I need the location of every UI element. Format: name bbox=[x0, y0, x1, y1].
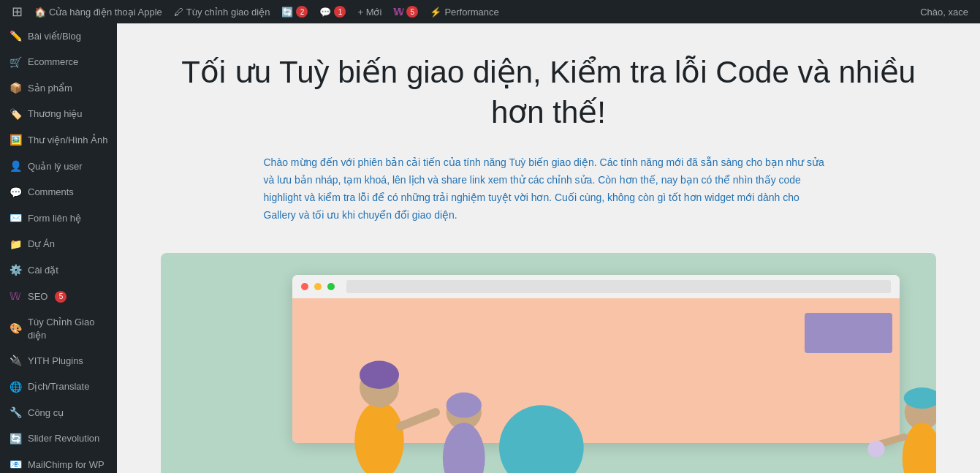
sidebar-translate-label: Dịch/Translate bbox=[28, 380, 89, 393]
new-content-button[interactable]: + Mới bbox=[352, 0, 387, 23]
svg-point-2 bbox=[360, 361, 399, 390]
customize-label: Tùy chỉnh giao diện bbox=[186, 7, 270, 18]
svg-point-17 bbox=[867, 441, 884, 458]
comments-icon: 💬 bbox=[319, 7, 331, 18]
svg-point-0 bbox=[354, 402, 404, 473]
blog-icon: ✏️ bbox=[9, 29, 22, 44]
sidebar-item-slider[interactable]: 🔄 Slider Revolution bbox=[0, 426, 117, 453]
sidebar-item-blog[interactable]: ✏️ Bài viết/Blog bbox=[0, 23, 117, 50]
seo-nav-badge: 5 bbox=[55, 291, 67, 303]
admin-bar-right: Chào, xace bbox=[914, 0, 974, 23]
sidebar-slider-label: Slider Revolution bbox=[28, 432, 99, 445]
sidebar-projects-label: Dự Án bbox=[28, 238, 55, 251]
customize-button[interactable]: 🖊 Tùy chỉnh giao diện bbox=[168, 0, 276, 23]
settings-icon: ⚙️ bbox=[9, 263, 22, 278]
sidebar-blog-label: Bài viết/Blog bbox=[28, 30, 81, 43]
updates-badge: 2 bbox=[296, 6, 308, 18]
sidebar-item-tools[interactable]: 🔧 Công cụ bbox=[0, 400, 117, 426]
updates-button[interactable]: 🔄 2 bbox=[276, 0, 314, 23]
sidebar: ✏️ Bài viết/Blog 🛒 Ecommerce 📦 Sản phẩm … bbox=[0, 23, 117, 473]
performance-button[interactable]: ⚡ Performance bbox=[424, 0, 504, 23]
seo-nav-icon: 𝕎 bbox=[9, 290, 22, 304]
svg-point-8 bbox=[443, 423, 485, 473]
mailchimp-icon: 📧 bbox=[9, 458, 22, 472]
svg-point-7 bbox=[447, 393, 482, 418]
sidebar-brand-label: Thương hiệu bbox=[28, 107, 83, 121]
updates-icon: 🔄 bbox=[281, 7, 293, 18]
svg-line-16 bbox=[880, 437, 905, 444]
wp-logo-icon: ⊞ bbox=[12, 4, 23, 20]
figure-middle-left bbox=[443, 393, 485, 473]
svg-point-13 bbox=[903, 423, 936, 473]
greeting-text: Chào, xace bbox=[920, 7, 968, 18]
sidebar-item-customize[interactable]: 🎨 Tùy Chỉnh Giao diện bbox=[0, 310, 117, 348]
sidebar-customize-label: Tùy Chỉnh Giao diện bbox=[28, 316, 108, 342]
sidebar-item-settings[interactable]: ⚙️ Cài đặt bbox=[0, 257, 117, 284]
wp-logo-button[interactable]: ⊞ bbox=[6, 0, 29, 23]
sidebar-products-label: Sản phẩm bbox=[28, 82, 72, 95]
main-layout: ✏️ Bài viết/Blog 🛒 Ecommerce 📦 Sản phẩm … bbox=[0, 23, 980, 473]
hero-description: Chào mừng đến với phiên bản cải tiến của… bbox=[264, 154, 834, 224]
comments-badge: 1 bbox=[334, 6, 346, 18]
admin-bar: ⊞ 🏠 Cửa hàng điện thoại Apple 🖊 Tùy chỉn… bbox=[0, 0, 980, 23]
svg-line-3 bbox=[400, 412, 436, 426]
tools-icon: 🔧 bbox=[9, 406, 22, 420]
performance-icon: ⚡ bbox=[430, 7, 441, 18]
sidebar-item-media[interactable]: 🖼️ Thư viện/Hình Ảnh bbox=[0, 127, 117, 154]
sidebar-mailchimp-label: MailChimp for WP bbox=[28, 458, 105, 472]
sidebar-item-seo[interactable]: 𝕎 SEO 5 bbox=[0, 284, 117, 310]
seo-logo-icon: 𝕎 bbox=[393, 7, 403, 18]
yith-icon: 🔌 bbox=[9, 354, 22, 368]
figure-left bbox=[354, 361, 436, 473]
hero-title: Tối ưu Tuỳ biến giao diện, Kiểm tra lỗi … bbox=[161, 53, 936, 132]
customize-icon: 🖊 bbox=[174, 7, 183, 18]
sidebar-users-label: Quản lý user bbox=[28, 160, 82, 173]
sidebar-settings-label: Cài đặt bbox=[28, 264, 58, 277]
sidebar-forms-label: Form liên hệ bbox=[28, 212, 81, 225]
seo-badge: 5 bbox=[406, 6, 418, 18]
sidebar-tools-label: Công cụ bbox=[28, 406, 64, 420]
sidebar-seo-label: SEO bbox=[28, 290, 48, 303]
sidebar-item-brand[interactable]: 🏷️ Thương hiệu bbox=[0, 102, 117, 128]
brand-icon: 🏷️ bbox=[9, 107, 22, 122]
ecommerce-icon: 🛒 bbox=[9, 56, 22, 70]
comments-button[interactable]: 💬 1 bbox=[314, 0, 352, 23]
illustration-container bbox=[161, 253, 936, 473]
sidebar-comments-label: Comments bbox=[28, 186, 74, 199]
sidebar-item-yith[interactable]: 🔌 YITH Plugins bbox=[0, 348, 117, 374]
translate-icon: 🌐 bbox=[9, 380, 22, 395]
sidebar-item-users[interactable]: 👤 Quản lý user bbox=[0, 154, 117, 180]
forms-icon: ✉️ bbox=[9, 211, 22, 226]
main-content: Tối ưu Tuỳ biến giao diện, Kiểm tra lỗi … bbox=[117, 23, 980, 473]
performance-label: Performance bbox=[444, 7, 498, 18]
sidebar-ecommerce-label: Ecommerce bbox=[28, 56, 78, 69]
sidebar-item-projects[interactable]: 📁 Dự Án bbox=[0, 232, 117, 258]
store-icon: 🏠 bbox=[34, 7, 46, 18]
teal-circle bbox=[499, 406, 584, 473]
products-icon: 📦 bbox=[9, 81, 22, 96]
sidebar-item-ecommerce[interactable]: 🛒 Ecommerce bbox=[0, 50, 117, 76]
new-label: + Mới bbox=[357, 7, 381, 18]
sidebar-item-forms[interactable]: ✉️ Form liên hệ bbox=[0, 205, 117, 232]
sidebar-media-label: Thư viện/Hình Ảnh bbox=[28, 134, 108, 147]
sidebar-item-mailchimp[interactable]: 📧 MailChimp for WP bbox=[0, 452, 117, 473]
sidebar-yith-label: YITH Plugins bbox=[28, 355, 83, 368]
site-name-button[interactable]: 🏠 Cửa hàng điện thoại Apple bbox=[29, 0, 168, 23]
seo-button[interactable]: 𝕎 5 bbox=[387, 0, 424, 23]
sidebar-item-products[interactable]: 📦 Sản phẩm bbox=[0, 75, 117, 102]
sidebar-item-comments[interactable]: 💬 Comments bbox=[0, 180, 117, 206]
users-icon: 👤 bbox=[9, 159, 22, 174]
figure-right bbox=[867, 387, 936, 473]
site-name-label: Cửa hàng điện thoại Apple bbox=[49, 7, 162, 18]
projects-icon: 📁 bbox=[9, 238, 22, 252]
comments-nav-icon: 💬 bbox=[9, 186, 22, 200]
illustration-svg bbox=[161, 253, 936, 473]
slider-icon: 🔄 bbox=[9, 432, 22, 447]
greeting-button[interactable]: Chào, xace bbox=[914, 0, 974, 23]
customize-nav-icon: 🎨 bbox=[9, 322, 22, 336]
sidebar-item-translate[interactable]: 🌐 Dịch/Translate bbox=[0, 374, 117, 401]
media-icon: 🖼️ bbox=[9, 133, 22, 148]
